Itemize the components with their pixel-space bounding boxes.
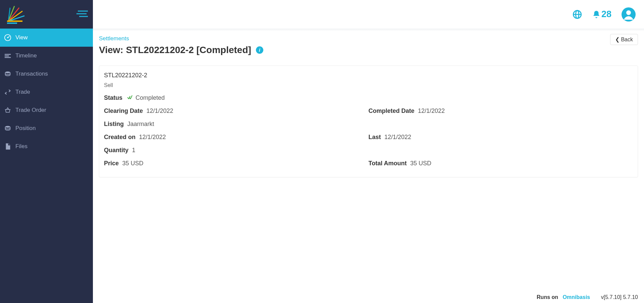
last-label: Last bbox=[369, 134, 381, 140]
coins-icon bbox=[4, 70, 11, 78]
breadcrumb-settlements[interactable]: Settlements bbox=[99, 35, 638, 42]
page-title-row: View: STL20221202-2 [Completed] i bbox=[99, 45, 638, 55]
last-field: Last 12/1/2022 bbox=[369, 134, 633, 141]
user-avatar[interactable] bbox=[622, 7, 636, 21]
sidebar-item-transactions[interactable]: Transactions bbox=[0, 65, 93, 83]
sidebar-header bbox=[0, 0, 93, 29]
menu-toggle-icon[interactable] bbox=[76, 10, 88, 19]
content: Settlements View: STL20221202-2 [Complet… bbox=[93, 29, 644, 303]
footer-brand-link[interactable]: Omnibasis bbox=[562, 294, 590, 300]
svg-point-21 bbox=[626, 10, 631, 15]
quantity-field: Quantity 1 bbox=[104, 147, 633, 154]
price-field: Price 35 USD bbox=[104, 160, 369, 167]
total-amount-field: Total Amount 35 USD bbox=[369, 160, 633, 167]
info-icon[interactable]: i bbox=[256, 46, 263, 54]
clearing-date-label: Clearing Date bbox=[104, 107, 143, 114]
svg-point-15 bbox=[5, 72, 10, 74]
total-amount-value: 35 USD bbox=[410, 160, 431, 167]
sidebar-item-position[interactable]: Position bbox=[0, 119, 93, 137]
quantity-label: Quantity bbox=[104, 147, 128, 154]
last-value: 12/1/2022 bbox=[384, 134, 411, 140]
price-value: 35 USD bbox=[122, 160, 144, 167]
sidebar-item-label: View bbox=[15, 34, 28, 41]
svg-rect-5 bbox=[7, 20, 22, 22]
check-icon bbox=[127, 95, 132, 100]
created-on-field: Created on 12/1/2022 bbox=[104, 134, 369, 141]
status-value: Completed bbox=[136, 94, 165, 101]
sidebar-item-label: Transactions bbox=[15, 71, 48, 77]
listing-label: Listing bbox=[104, 121, 124, 127]
created-on-value: 12/1/2022 bbox=[139, 134, 166, 140]
total-amount-label: Total Amount bbox=[369, 160, 407, 167]
footer-version: v[5.7.10] 5.7.10 bbox=[601, 294, 638, 300]
footer: Runs on Omnibasis v[5.7.10] 5.7.10 bbox=[537, 294, 638, 300]
chevron-left-icon: ❮ bbox=[615, 36, 620, 43]
clearing-date-value: 12/1/2022 bbox=[147, 107, 173, 114]
sidebar-item-label: Position bbox=[15, 125, 36, 132]
page-title: View: STL20221202-2 [Completed] bbox=[99, 45, 251, 55]
quantity-value: 1 bbox=[132, 147, 135, 154]
sidebar: View Timeline Transactions Trade Trade O… bbox=[0, 0, 93, 303]
sidebar-item-label: Trade Order bbox=[15, 107, 46, 114]
globe-icon[interactable] bbox=[573, 10, 582, 19]
settlement-id: STL20221202-2 bbox=[104, 72, 633, 79]
basket-icon bbox=[4, 106, 11, 114]
completed-date-field: Completed Date 12/1/2022 bbox=[369, 107, 633, 115]
listing-field: Listing Jaarmarkt bbox=[104, 121, 633, 128]
settlement-card: STL20221202-2 Sell Status Completed Clea… bbox=[99, 66, 638, 177]
sidebar-nav: View Timeline Transactions Trade Trade O… bbox=[0, 29, 93, 156]
sidebar-item-trade-order[interactable]: Trade Order bbox=[0, 101, 93, 119]
sidebar-item-view[interactable]: View bbox=[0, 29, 93, 47]
created-on-label: Created on bbox=[104, 134, 136, 140]
listing-value: Jaarmarkt bbox=[127, 121, 154, 127]
status-field: Status Completed bbox=[104, 94, 633, 101]
coins-icon bbox=[4, 125, 11, 132]
completed-date-value: 12/1/2022 bbox=[418, 107, 445, 114]
back-button[interactable]: ❮ Back bbox=[610, 34, 638, 45]
clearing-date-field: Clearing Date 12/1/2022 bbox=[104, 107, 369, 115]
svg-rect-12 bbox=[5, 54, 11, 55]
sidebar-item-timeline[interactable]: Timeline bbox=[0, 47, 93, 65]
svg-point-11 bbox=[7, 37, 8, 38]
settlement-type: Sell bbox=[104, 82, 633, 88]
sidebar-item-files[interactable]: Files bbox=[0, 137, 93, 156]
notification-count: 28 bbox=[601, 9, 611, 19]
back-label: Back bbox=[621, 37, 633, 43]
sidebar-item-trade[interactable]: Trade bbox=[0, 83, 93, 101]
status-label: Status bbox=[104, 94, 122, 101]
logo[interactable] bbox=[5, 4, 26, 25]
svg-rect-14 bbox=[5, 57, 11, 58]
timeline-icon bbox=[4, 52, 11, 59]
main: 28 Settlements View: STL20221202-2 [Comp… bbox=[93, 0, 644, 303]
notifications-button[interactable]: 28 bbox=[592, 9, 611, 19]
exchange-icon bbox=[4, 88, 11, 96]
svg-point-16 bbox=[5, 126, 10, 128]
svg-rect-6 bbox=[7, 23, 17, 24]
completed-date-label: Completed Date bbox=[369, 107, 415, 114]
gauge-icon bbox=[4, 34, 11, 41]
footer-runs-on: Runs on bbox=[537, 294, 558, 300]
file-icon bbox=[4, 143, 11, 150]
sidebar-item-label: Trade bbox=[15, 89, 30, 95]
svg-rect-13 bbox=[5, 55, 9, 56]
sidebar-item-label: Files bbox=[15, 143, 28, 150]
sidebar-item-label: Timeline bbox=[15, 52, 37, 59]
price-label: Price bbox=[104, 160, 119, 167]
topbar: 28 bbox=[93, 0, 644, 29]
